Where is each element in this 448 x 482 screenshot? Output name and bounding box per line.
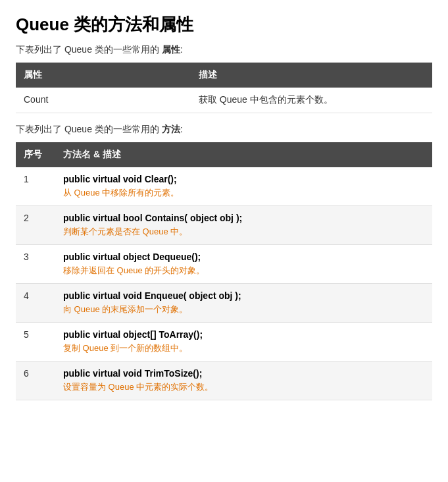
method-detail: public virtual object Dequeue(); 移除并返回在 … xyxy=(55,245,432,284)
table-row: 5 public virtual object[] ToArray(); 复制 … xyxy=(16,323,432,362)
method-no: 5 xyxy=(16,323,55,362)
table-row: Count 获取 Queue 中包含的元素个数。 xyxy=(16,88,432,113)
method-col-no: 序号 xyxy=(16,142,55,167)
method-signature: public virtual void Clear(); xyxy=(63,174,424,184)
page-title: Queue 类的方法和属性 xyxy=(16,13,432,36)
method-description: 设置容量为 Queue 中元素的实际个数。 xyxy=(63,381,424,393)
method-no: 6 xyxy=(16,362,55,400)
method-description: 向 Queue 的末尾添加一个对象。 xyxy=(63,304,424,315)
method-signature: public virtual void Enqueue( object obj … xyxy=(63,290,424,301)
methods-table: 序号 方法名 & 描述 1 public virtual void Clear(… xyxy=(16,142,432,400)
prop-col-desc: 描述 xyxy=(191,63,432,88)
method-detail: public virtual void Clear(); 从 Queue 中移除… xyxy=(55,167,432,206)
table-row: 3 public virtual object Dequeue(); 移除并返回… xyxy=(16,245,432,284)
prop-name: Count xyxy=(16,88,191,113)
methods-intro: 下表列出了 Queue 类的一些常用的 方法: xyxy=(16,124,432,136)
table-row: 2 public virtual bool Contains( object o… xyxy=(16,206,432,245)
method-description: 移除并返回在 Queue 的开头的对象。 xyxy=(63,265,424,277)
method-detail: public virtual bool Contains( object obj… xyxy=(55,206,432,245)
properties-table: 属性 描述 Count 获取 Queue 中包含的元素个数。 xyxy=(16,63,432,113)
method-no: 1 xyxy=(16,167,55,206)
method-no: 3 xyxy=(16,245,55,284)
method-signature: public virtual object[] ToArray(); xyxy=(63,329,424,340)
method-detail: public virtual object[] ToArray(); 复制 Qu… xyxy=(55,323,432,362)
method-signature: public virtual object Dequeue(); xyxy=(63,252,424,262)
method-col-desc: 方法名 & 描述 xyxy=(55,142,432,167)
method-description: 从 Queue 中移除所有的元素。 xyxy=(63,187,424,199)
method-description: 判断某个元素是否在 Queue 中。 xyxy=(63,226,424,238)
method-detail: public virtual void Enqueue( object obj … xyxy=(55,284,432,323)
method-no: 2 xyxy=(16,206,55,245)
method-signature: public virtual void TrimToSize(); xyxy=(63,368,424,379)
method-description: 复制 Queue 到一个新的数组中。 xyxy=(63,342,424,354)
table-row: 4 public virtual void Enqueue( object ob… xyxy=(16,284,432,323)
method-signature: public virtual bool Contains( object obj… xyxy=(63,213,424,223)
method-no: 4 xyxy=(16,284,55,323)
prop-col-name: 属性 xyxy=(16,63,191,88)
table-row: 1 public virtual void Clear(); 从 Queue 中… xyxy=(16,167,432,206)
method-detail: public virtual void TrimToSize(); 设置容量为 … xyxy=(55,362,432,400)
prop-desc: 获取 Queue 中包含的元素个数。 xyxy=(191,88,432,113)
table-row: 6 public virtual void TrimToSize(); 设置容量… xyxy=(16,362,432,400)
props-intro: 下表列出了 Queue 类的一些常用的 属性: xyxy=(16,44,432,56)
